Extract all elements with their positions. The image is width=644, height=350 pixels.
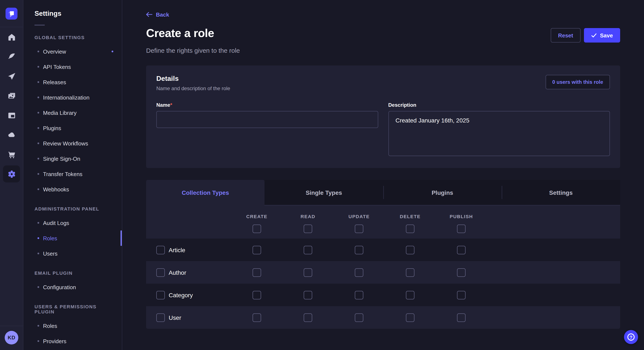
row-label-cell: User [146, 313, 231, 322]
feather-icon[interactable] [3, 48, 20, 65]
users-with-role-badge[interactable]: 0 users with this role [546, 75, 610, 89]
layout-icon[interactable] [3, 107, 20, 124]
subnav-item-single-sign-on[interactable]: Single Sign-On [24, 151, 122, 166]
permission-checkbox-article-update[interactable] [355, 246, 363, 254]
row-select-checkbox[interactable] [156, 313, 165, 322]
name-input[interactable] [156, 111, 378, 128]
bullet-icon [38, 222, 39, 224]
name-field-group: Name* [156, 102, 378, 158]
permission-checkbox-article-create[interactable] [252, 246, 261, 254]
subnav-item-api-tokens[interactable]: API Tokens [24, 59, 122, 74]
subnav-item-providers[interactable]: Providers [24, 334, 122, 349]
select-all-publish-checkbox[interactable] [457, 224, 466, 233]
permission-checkbox-author-read[interactable] [304, 268, 312, 277]
home-icon[interactable] [3, 28, 20, 45]
subnav-item-review-workflows[interactable]: Review Workflows [24, 136, 122, 151]
subnav-item-configuration[interactable]: Configuration [24, 279, 122, 295]
settings-gear-icon[interactable] [3, 166, 20, 182]
subnav-item-releases[interactable]: Releases [24, 74, 122, 90]
back-label: Back [156, 11, 169, 18]
permission-checkbox-author-delete[interactable] [406, 268, 414, 277]
tab-label: Plugins [432, 189, 453, 196]
permission-checkbox-user-create[interactable] [252, 313, 261, 322]
settings-subnav: Settings GLOBAL SETTINGS Overview API To… [24, 0, 122, 350]
users-permissions-list: Roles Providers [24, 318, 122, 349]
permission-checkbox-category-delete[interactable] [406, 291, 414, 299]
permission-checkbox-user-update[interactable] [355, 313, 363, 322]
row-select-checkbox[interactable] [156, 291, 165, 299]
media-library-icon[interactable] [3, 87, 20, 104]
table-row-user: User [146, 306, 620, 329]
subnav-item-roles-admin[interactable]: Roles [24, 230, 122, 246]
subnav-item-media-library[interactable]: Media Library [24, 105, 122, 120]
permissions-tabs: Collection Types Single Types Plugins Se… [146, 180, 620, 205]
section-label-users-permissions-plugin: USERS & PERMISSIONS PLUGIN [34, 304, 111, 314]
question-mark-icon: ? [628, 334, 635, 341]
row-label-cell: Author [146, 268, 231, 277]
permission-checkbox-author-publish[interactable] [457, 268, 466, 277]
strapi-logo-icon[interactable] [6, 7, 18, 19]
section-label-global-settings: GLOBAL SETTINGS [34, 35, 111, 40]
column-label: DELETE [400, 214, 420, 219]
permission-checkbox-user-read[interactable] [304, 313, 312, 322]
permission-checkbox-article-read[interactable] [304, 246, 312, 254]
paper-plane-icon[interactable] [3, 68, 20, 85]
tab-settings[interactable]: Settings [502, 180, 620, 205]
select-all-create-checkbox[interactable] [252, 224, 261, 233]
subnav-item-roles-up[interactable]: Roles [24, 318, 122, 334]
permission-checkbox-article-publish[interactable] [457, 246, 466, 254]
select-all-update-checkbox[interactable] [355, 224, 363, 233]
tab-single-types[interactable]: Single Types [265, 180, 383, 205]
subnav-item-webhooks[interactable]: Webhooks [24, 181, 122, 197]
tab-plugins[interactable]: Plugins [383, 180, 502, 205]
select-all-read-checkbox[interactable] [304, 224, 312, 233]
subnav-item-label: Media Library [43, 110, 77, 116]
subnav-item-label: Roles [43, 323, 57, 329]
permission-checkbox-user-delete[interactable] [406, 313, 414, 322]
select-all-delete-checkbox[interactable] [406, 224, 414, 233]
cloud-icon[interactable] [3, 126, 20, 143]
subnav-item-internationalization[interactable]: Internationalization [24, 90, 122, 105]
column-label: READ [300, 214, 316, 219]
save-button[interactable]: Save [584, 28, 620, 42]
permission-checkbox-user-publish[interactable] [457, 313, 466, 322]
description-textarea[interactable]: Created January 16th, 2025 [388, 111, 610, 156]
rail-bottom: KD [0, 326, 23, 350]
permission-checkbox-category-create[interactable] [252, 291, 261, 299]
permission-checkbox-author-update[interactable] [355, 268, 363, 277]
row-select-checkbox[interactable] [156, 246, 165, 254]
back-link[interactable]: Back [146, 11, 169, 18]
reset-button[interactable]: Reset [551, 28, 580, 42]
subnav-item-label: Audit Logs [43, 220, 69, 226]
main-nav-rail: KD [0, 0, 24, 350]
permission-checkbox-category-read[interactable] [304, 291, 312, 299]
column-label: UPDATE [348, 214, 370, 219]
cart-icon[interactable] [3, 146, 20, 163]
check-icon [591, 33, 596, 38]
required-asterisk: * [170, 102, 172, 108]
row-label-cell: Category [146, 291, 231, 299]
permission-checkbox-category-publish[interactable] [457, 291, 466, 299]
bullet-icon [38, 51, 39, 52]
permission-checkbox-article-delete[interactable] [406, 246, 414, 254]
row-select-checkbox[interactable] [156, 268, 165, 277]
column-create: CREATE [231, 211, 282, 233]
subnav-item-audit-logs[interactable]: Audit Logs [24, 215, 122, 230]
subnav-item-overview[interactable]: Overview [24, 44, 122, 59]
subnav-item-users[interactable]: Users [24, 246, 122, 261]
user-avatar[interactable]: KD [5, 331, 18, 345]
tab-collection-types[interactable]: Collection Types [146, 180, 265, 205]
permission-checkbox-author-create[interactable] [252, 268, 261, 277]
subnav-item-label: Plugins [43, 125, 61, 131]
help-button[interactable]: ? [624, 330, 638, 344]
permission-checkbox-category-update[interactable] [355, 291, 363, 299]
email-plugin-list: Configuration [24, 279, 122, 295]
subnav-item-plugins[interactable]: Plugins [24, 120, 122, 136]
permissions-table: CREATE READ UPDATE DELETE [146, 205, 620, 329]
bullet-icon [38, 188, 39, 190]
active-item-indicator [120, 230, 122, 246]
description-label: Description [388, 102, 610, 108]
bullet-icon [38, 97, 39, 98]
main-content: Back Create a role Reset Save Define the… [122, 0, 644, 350]
subnav-item-transfer-tokens[interactable]: Transfer Tokens [24, 166, 122, 181]
